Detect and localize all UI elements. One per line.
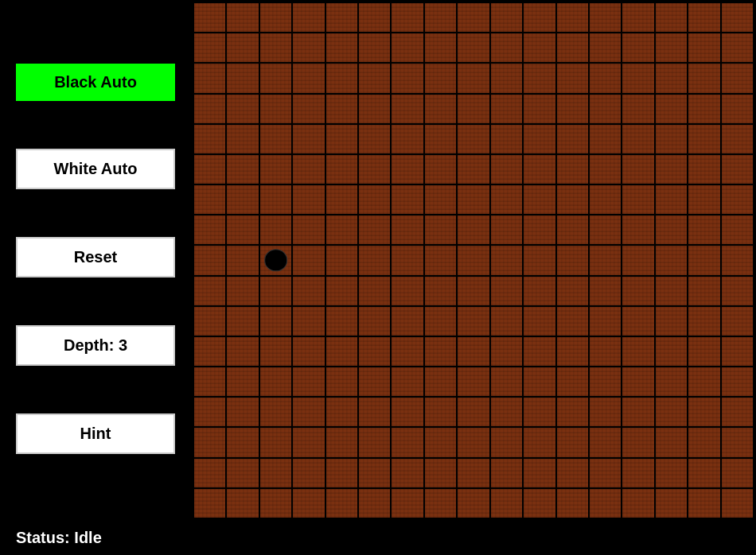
board-cell[interactable] xyxy=(260,246,291,274)
board-cell[interactable] xyxy=(425,95,456,123)
board-cell[interactable] xyxy=(622,246,653,274)
board-cell[interactable] xyxy=(392,33,423,62)
game-board[interactable] xyxy=(194,3,753,518)
board-cell[interactable] xyxy=(425,125,456,153)
board-cell[interactable] xyxy=(326,33,357,62)
board-cell[interactable] xyxy=(194,459,225,487)
board-cell[interactable] xyxy=(458,185,489,214)
board-cell[interactable] xyxy=(656,307,687,336)
board-cell[interactable] xyxy=(293,307,324,336)
board-cell[interactable] xyxy=(557,428,588,456)
board-cell[interactable] xyxy=(227,33,258,62)
board-cell[interactable] xyxy=(260,428,291,456)
board-cell[interactable] xyxy=(293,64,324,92)
board-cell[interactable] xyxy=(458,215,489,244)
board-cell[interactable] xyxy=(722,155,753,184)
reset-button[interactable]: Reset xyxy=(16,237,175,278)
board-cell[interactable] xyxy=(425,459,456,487)
board-cell[interactable] xyxy=(722,185,753,214)
board-cell[interactable] xyxy=(524,367,555,396)
board-cell[interactable] xyxy=(557,367,588,396)
board-cell[interactable] xyxy=(227,337,258,366)
board-cell[interactable] xyxy=(425,246,456,274)
board-cell[interactable] xyxy=(392,398,423,426)
board-cell[interactable] xyxy=(425,367,456,396)
board-cell[interactable] xyxy=(557,3,588,32)
board-cell[interactable] xyxy=(293,215,324,244)
board-cell[interactable] xyxy=(656,155,687,184)
board-cell[interactable] xyxy=(392,337,423,366)
board-cell[interactable] xyxy=(458,398,489,426)
board-cell[interactable] xyxy=(491,185,522,214)
board-cell[interactable] xyxy=(557,489,588,518)
board-cell[interactable] xyxy=(326,367,357,396)
board-cell[interactable] xyxy=(425,3,456,32)
board-cell[interactable] xyxy=(392,277,423,305)
board-cell[interactable] xyxy=(458,125,489,153)
board-cell[interactable] xyxy=(260,489,291,518)
board-cell[interactable] xyxy=(557,459,588,487)
board-cell[interactable] xyxy=(722,95,753,123)
board-cell[interactable] xyxy=(194,64,225,92)
board-cell[interactable] xyxy=(491,367,522,396)
board-cell[interactable] xyxy=(458,33,489,62)
board-cell[interactable] xyxy=(656,398,687,426)
board-cell[interactable] xyxy=(656,489,687,518)
board-cell[interactable] xyxy=(688,95,719,123)
board-cell[interactable] xyxy=(656,125,687,153)
board-cell[interactable] xyxy=(227,246,258,274)
board-cell[interactable] xyxy=(622,367,653,396)
board-cell[interactable] xyxy=(491,64,522,92)
board-cell[interactable] xyxy=(656,246,687,274)
board-cell[interactable] xyxy=(688,489,719,518)
board-cell[interactable] xyxy=(557,398,588,426)
board-cell[interactable] xyxy=(688,3,719,32)
board-cell[interactable] xyxy=(622,307,653,336)
board-cell[interactable] xyxy=(524,185,555,214)
board-cell[interactable] xyxy=(227,185,258,214)
board-cell[interactable] xyxy=(688,215,719,244)
board-cell[interactable] xyxy=(293,398,324,426)
board-cell[interactable] xyxy=(491,459,522,487)
board-cell[interactable] xyxy=(458,277,489,305)
board-cell[interactable] xyxy=(359,125,390,153)
board-cell[interactable] xyxy=(260,337,291,366)
hint-button[interactable]: Hint xyxy=(16,413,175,454)
board-cell[interactable] xyxy=(688,185,719,214)
board-cell[interactable] xyxy=(293,428,324,456)
board-cell[interactable] xyxy=(557,155,588,184)
board-cell[interactable] xyxy=(392,489,423,518)
board-cell[interactable] xyxy=(491,277,522,305)
board-cell[interactable] xyxy=(524,277,555,305)
board-cell[interactable] xyxy=(326,246,357,274)
board-cell[interactable] xyxy=(656,367,687,396)
board-cell[interactable] xyxy=(458,367,489,396)
board-cell[interactable] xyxy=(557,95,588,123)
board-cell[interactable] xyxy=(622,95,653,123)
board-cell[interactable] xyxy=(326,277,357,305)
board-cell[interactable] xyxy=(622,337,653,366)
board-cell[interactable] xyxy=(227,125,258,153)
board-cell[interactable] xyxy=(293,95,324,123)
board-cell[interactable] xyxy=(557,277,588,305)
board-cell[interactable] xyxy=(326,64,357,92)
board-cell[interactable] xyxy=(392,3,423,32)
board-cell[interactable] xyxy=(425,33,456,62)
board-cell[interactable] xyxy=(359,155,390,184)
board-cell[interactable] xyxy=(458,459,489,487)
board-cell[interactable] xyxy=(590,33,621,62)
board-cell[interactable] xyxy=(260,367,291,396)
board-cell[interactable] xyxy=(590,155,621,184)
board-cell[interactable] xyxy=(688,125,719,153)
board-cell[interactable] xyxy=(622,215,653,244)
board-cell[interactable] xyxy=(194,95,225,123)
board-cell[interactable] xyxy=(425,307,456,336)
board-cell[interactable] xyxy=(392,95,423,123)
board-cell[interactable] xyxy=(293,155,324,184)
board-cell[interactable] xyxy=(688,367,719,396)
board-cell[interactable] xyxy=(194,489,225,518)
board-cell[interactable] xyxy=(194,215,225,244)
board-cell[interactable] xyxy=(326,3,357,32)
board-cell[interactable] xyxy=(622,125,653,153)
board-cell[interactable] xyxy=(524,33,555,62)
